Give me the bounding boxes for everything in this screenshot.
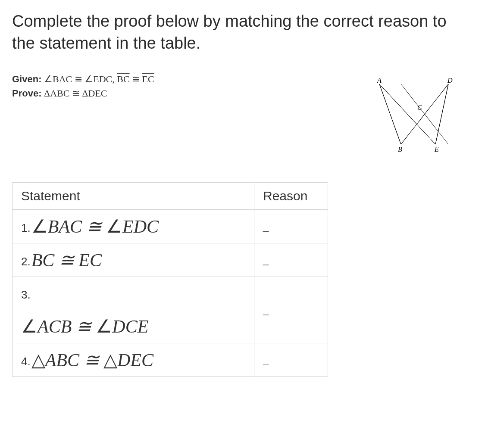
angle-symbol: ∠ [96,317,112,336]
vertex-a-label: A [377,78,382,84]
stmt-text: ABC ≅ [45,350,103,370]
instruction-text: Complete the proof below by matching the… [12,10,473,55]
row-number: 2. [21,255,31,268]
angle-symbol: ∠ [21,317,38,336]
prove-label: Prove: [12,88,41,99]
prove-expr: ΔABC ≅ ΔDEC [44,88,107,99]
statement-cell-3: 3. ∠ACB ≅ ∠DCE [13,277,254,343]
statement-cell-1: 1.∠BAC ≅ ∠EDC [13,209,254,243]
table-row: 1.∠BAC ≅ ∠EDC _ [13,209,328,243]
stmt-text: DEC [117,350,153,370]
reason-cell-4[interactable]: _ [254,343,328,376]
table-row: 2.BC ≅ EC _ [13,243,328,277]
stmt-text: ACB ≅ [38,317,96,336]
reason-cell-1[interactable]: _ [254,209,328,243]
angle-symbol: ∠ [106,217,122,236]
given-expr-1: ∠BAC ≅ ∠EDC, [44,74,115,84]
reason-cell-2[interactable]: _ [254,243,328,277]
table-row: 4.△ABC ≅ △DEC _ [13,343,328,376]
stmt-text: BAC ≅ [48,217,106,236]
reason-cell-3[interactable]: _ [254,277,328,343]
statement-cell-2: 2.BC ≅ EC [13,243,254,277]
row-number: 3. [21,288,31,301]
svg-line-5 [379,84,435,144]
stmt-text: EDC [122,217,159,236]
vertex-b-label: B [398,146,402,153]
triangle-diagram: A D C B E [371,78,461,159]
given-label: Given: [12,74,41,84]
vertex-c-label: C [417,104,422,111]
stmt-text: DCE [112,317,148,336]
header-statement: Statement [13,182,254,209]
table-header-row: Statement Reason [13,182,328,209]
given-seg-bc: BC [117,74,129,84]
triangle-symbol: △ [31,350,45,370]
angle-symbol: ∠ [31,217,48,236]
given-congruent: ≅ [132,74,140,84]
header-reason: Reason [254,182,328,209]
triangle-symbol: △ [103,350,117,370]
statement-cell-4: 4.△ABC ≅ △DEC [13,343,254,376]
proof-table: Statement Reason 1.∠BAC ≅ ∠EDC _ 2.BC ≅ … [12,182,328,377]
row-number: 1. [21,221,31,234]
vertex-e-label: E [434,146,439,153]
row-number: 4. [21,355,31,368]
table-row: 3. ∠ACB ≅ ∠DCE _ [13,277,328,343]
vertex-d-label: D [447,78,453,84]
given-seg-ec: EC [142,74,154,84]
stmt-text: BC ≅ EC [31,250,102,270]
